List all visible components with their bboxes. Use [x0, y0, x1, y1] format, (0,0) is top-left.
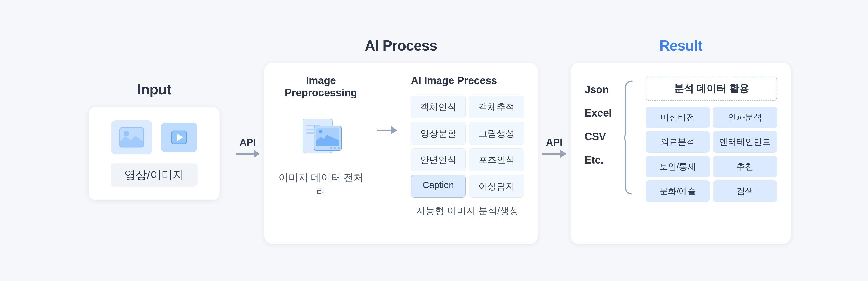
format-list: Json Excel CSV Etc. [585, 74, 612, 166]
format-json: Json [585, 83, 612, 96]
usage-culture: 문화/예술 [646, 180, 710, 202]
arrow-head-1 [254, 150, 260, 158]
api-label-1: API [239, 137, 256, 148]
arrow-head-2 [560, 150, 566, 158]
svg-point-13 [338, 147, 340, 149]
process-grid: 객체인식 객체추적 영상분할 그림생성 안면인식 포즈인식 Caption 이상… [411, 96, 524, 198]
usage-recommendation: 추천 [713, 156, 777, 177]
inner-arrow-line [377, 130, 391, 131]
input-icons [111, 120, 197, 154]
arrow-line-1 [236, 153, 254, 154]
input-title: Input [137, 81, 171, 98]
input-section: Input 영상/이미지 [77, 81, 231, 200]
svg-point-1 [124, 131, 129, 136]
usage-search: 검색 [713, 180, 777, 202]
api-arrow-1: API [231, 137, 265, 158]
arrow-line-2 [542, 153, 560, 154]
ai-card: Image Preprocessing [265, 63, 537, 244]
video-icon [161, 122, 197, 152]
diagram: Input 영상/이미지 [0, 0, 868, 281]
input-card: 영상/이미지 [89, 107, 220, 200]
cell-image-gen: 그림생성 [469, 122, 524, 145]
cell-pose-recog: 포즈인식 [469, 148, 524, 171]
api-label-2: API [546, 137, 562, 148]
cell-video-segment: 영상분할 [411, 122, 466, 145]
preprocessing-sub: Image Preprocessing [278, 74, 364, 198]
api-arrow-2: API [537, 137, 571, 158]
cell-face-recog: 안면인식 [411, 148, 466, 171]
format-excel: Excel [585, 107, 612, 119]
inner-arrow [377, 126, 397, 134]
ai-process-title: AI Process [365, 37, 437, 54]
preprocessing-title: Image Preprocessing [278, 74, 364, 99]
svg-point-10 [319, 130, 322, 134]
format-csv: CSV [585, 130, 612, 143]
result-card: Json Excel CSV Etc. 분석 데이터 활용 머신비전 인파분석 … [571, 63, 791, 244]
svg-point-11 [330, 147, 333, 149]
doc-stack-icon [296, 112, 346, 157]
format-etc: Etc. [585, 154, 612, 166]
ai-image-title: AI Image Precess [411, 74, 497, 86]
usage-title: 분석 데이터 활용 [646, 77, 777, 101]
usage-machine-vision: 머신비전 [646, 107, 710, 128]
result-section: Result Json Excel CSV Etc. 분석 데이터 활용 머신비… [571, 37, 791, 244]
usage-medical: 의료분석 [646, 131, 710, 153]
cell-caption: Caption [411, 175, 466, 198]
usage-crowd-analysis: 인파분석 [713, 107, 777, 128]
ai-image-sub: AI Image Precess 객체인식 객체추적 영상분할 그림생성 안면인… [411, 74, 524, 217]
brace-icon [623, 74, 634, 196]
preprocessing-label: 이미지 데이터 전처리 [278, 171, 364, 198]
cell-object-track: 객체추적 [469, 96, 524, 118]
usage-box: 분석 데이터 활용 머신비전 인파분석 의료분석 엔터테인먼트 보안/통제 추천… [646, 74, 777, 202]
inner-arrow-head [391, 126, 397, 134]
svg-point-12 [334, 147, 336, 149]
cell-object-detect: 객체인식 [411, 96, 466, 118]
input-label: 영상/이미지 [111, 163, 197, 186]
ai-section: AI Process Image Preprocessing [265, 37, 537, 244]
usage-security: 보안/통제 [646, 156, 710, 177]
ai-image-label: 지능형 이미지 분석/생성 [411, 204, 524, 217]
usage-grid: 머신비전 인파분석 의료분석 엔터테인먼트 보안/통제 추천 문화/예술 검색 [646, 107, 777, 202]
cell-anomaly: 이상탐지 [469, 175, 524, 198]
usage-entertainment: 엔터테인먼트 [713, 131, 777, 153]
result-title: Result [659, 37, 702, 54]
image-icon [111, 120, 152, 154]
